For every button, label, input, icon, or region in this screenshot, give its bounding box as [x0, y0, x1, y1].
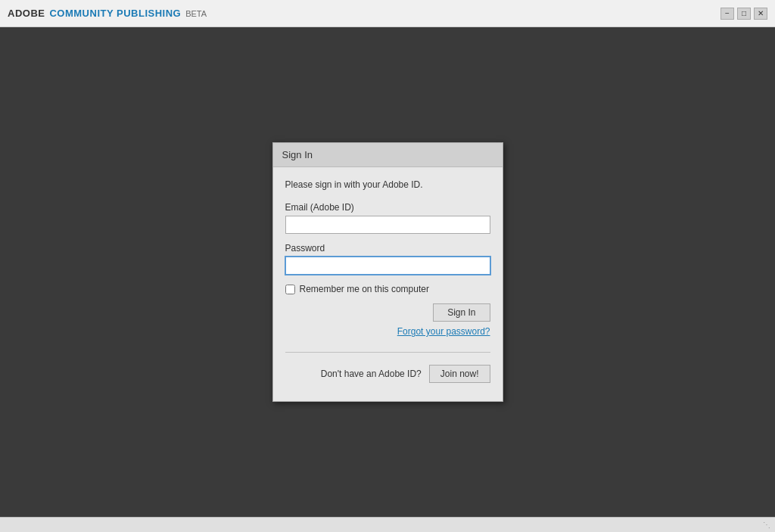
join-now-button[interactable]: Join now! [429, 365, 490, 383]
signin-dialog: Sign In Please sign in with your Adobe I… [272, 142, 503, 402]
signin-button[interactable]: Sign In [433, 303, 490, 322]
minimize-button[interactable]: − [721, 8, 734, 20]
remember-checkbox[interactable] [285, 285, 295, 294]
join-row: Don't have an Adobe ID? Join now! [285, 365, 490, 386]
divider [285, 352, 490, 353]
forgot-password-link[interactable]: Forgot your password? [397, 326, 490, 337]
remember-row: Remember me on this computer [285, 284, 490, 294]
dialog-title-bar: Sign In [273, 143, 503, 167]
title-beta: BETA [185, 9, 207, 18]
title-community: COMMUNITY PUBLISHING [49, 8, 181, 19]
dialog-title: Sign In [282, 149, 313, 160]
window-controls: − □ ✕ [721, 8, 767, 20]
password-group: Password [285, 243, 490, 275]
email-label: Email (Adobe ID) [285, 202, 490, 213]
app-title: ADOBE COMMUNITY PUBLISHING BETA [8, 8, 207, 19]
signin-row: Sign In [285, 303, 490, 322]
restore-button[interactable]: □ [737, 8, 751, 20]
password-input[interactable] [285, 257, 490, 275]
dialog-body: Please sign in with your Adobe ID. Email… [273, 167, 503, 401]
resize-grip-icon: ⋱ [763, 521, 772, 530]
no-account-text: Don't have an Adobe ID? [321, 369, 422, 379]
remember-label: Remember me on this computer [300, 284, 429, 294]
main-area: Sign In Please sign in with your Adobe I… [0, 27, 775, 517]
title-adobe: ADOBE [8, 8, 45, 19]
status-bar: ⋱ [0, 517, 775, 532]
title-bar: ADOBE COMMUNITY PUBLISHING BETA − □ ✕ [0, 0, 775, 27]
email-group: Email (Adobe ID) [285, 202, 490, 234]
close-button[interactable]: ✕ [754, 8, 767, 20]
forgot-row: Forgot your password? [285, 326, 490, 337]
password-label: Password [285, 243, 490, 254]
email-input[interactable] [285, 216, 490, 234]
dialog-subtitle: Please sign in with your Adobe ID. [285, 179, 490, 190]
